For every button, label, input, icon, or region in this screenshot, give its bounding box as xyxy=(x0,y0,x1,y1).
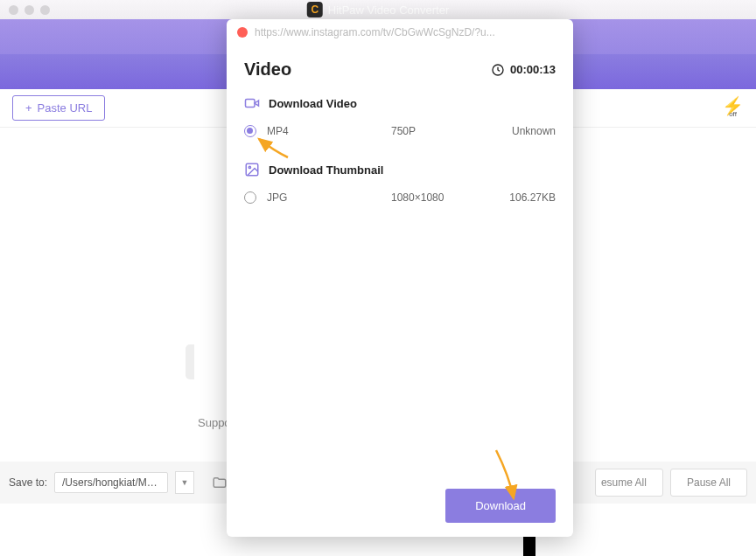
svg-rect-4 xyxy=(246,100,256,108)
download-button[interactable]: Download xyxy=(445,489,556,523)
modal-duration: 00:00:13 xyxy=(491,63,556,77)
paste-url-button[interactable]: + Paste URL xyxy=(12,95,105,121)
svg-point-7 xyxy=(248,166,250,168)
modal-title-row: Video 00:00:13 xyxy=(227,45,573,90)
paste-url-label: Paste URL xyxy=(38,101,93,115)
video-size: Unknown xyxy=(507,125,556,137)
traffic-minimize[interactable] xyxy=(24,5,34,15)
app-title: HitPaw Video Converter xyxy=(328,3,450,17)
modal-source-url: https://www.instagram.com/tv/CbGwWcSgNzD… xyxy=(255,26,495,38)
plus-icon: + xyxy=(25,101,32,115)
window-titlebar: C HitPaw Video Converter xyxy=(0,0,756,19)
save-to-label: Save to: xyxy=(9,476,47,489)
download-thumbnail-section-title: Download Thumbnail xyxy=(269,163,383,177)
image-icon xyxy=(244,162,260,177)
traffic-maximize[interactable] xyxy=(40,5,50,15)
save-path-dropdown[interactable]: ▼ xyxy=(175,471,194,494)
download-video-section-header: Download Video xyxy=(227,90,573,116)
video-camera-icon xyxy=(244,95,260,111)
modal-duration-text: 00:00:13 xyxy=(510,63,556,76)
clock-icon xyxy=(491,63,505,77)
pause-all-button[interactable]: Pause All xyxy=(670,469,747,497)
modal-footer: Download xyxy=(227,475,573,537)
save-path-field[interactable]: /Users/hongkiat/Movies/... xyxy=(54,472,168,493)
modal-close-button[interactable] xyxy=(237,27,248,38)
download-video-section-title: Download Video xyxy=(269,97,357,110)
thumbnail-size: 106.27KB xyxy=(507,191,556,204)
hw-accel-status: off xyxy=(729,112,737,117)
traffic-lights xyxy=(9,5,50,15)
support-text: Suppo xyxy=(198,416,231,429)
download-options-modal: https://www.instagram.com/tv/CbGwWcSgNzD… xyxy=(227,19,573,537)
traffic-close[interactable] xyxy=(9,5,18,15)
app-logo-icon: C xyxy=(307,2,323,17)
download-thumbnail-section-header: Download Thumbnail xyxy=(227,156,573,183)
thumbnail-option-radio[interactable] xyxy=(244,191,256,204)
video-resolution: 750P xyxy=(391,125,496,137)
modal-header: https://www.instagram.com/tv/CbGwWcSgNzD… xyxy=(227,19,573,45)
thumbnail-format: JPG xyxy=(267,191,381,204)
side-nub xyxy=(186,344,194,379)
video-option-row[interactable]: MP4 750P Unknown xyxy=(227,116,573,146)
thumbnail-resolution: 1080×1080 xyxy=(391,191,496,204)
thumbnail-option-row[interactable]: JPG 1080×1080 106.27KB xyxy=(227,183,573,212)
resume-all-button[interactable]: esume All xyxy=(595,469,663,497)
hardware-accel-toggle[interactable]: ⚡ off xyxy=(722,100,744,117)
folder-icon[interactable] xyxy=(212,475,228,490)
video-format: MP4 xyxy=(267,125,381,137)
video-option-radio[interactable] xyxy=(244,125,256,137)
modal-title: Video xyxy=(244,59,291,80)
